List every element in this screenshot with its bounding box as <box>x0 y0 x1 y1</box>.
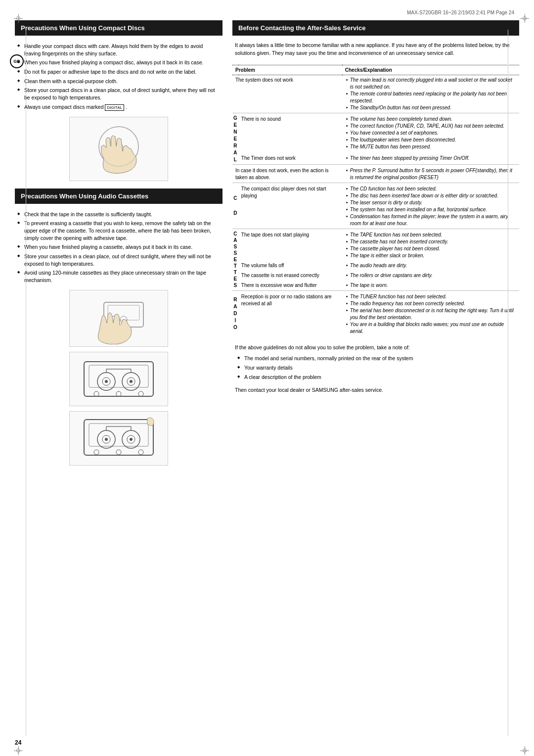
table-row: CASSETTES The tape does not start playin… <box>232 229 519 261</box>
table-row: There is excessive wow and flutter The t… <box>232 281 519 291</box>
cd-section-label: C D <box>232 183 238 229</box>
table-row: The volume falls off The audio heads are… <box>232 261 519 271</box>
problem-cell: There is no sound <box>238 113 342 153</box>
cd-bullet-6: Always use compact discs marked DIGITAL … <box>17 102 220 112</box>
cd-bullet-4: Clean them with a special-purpose cloth. <box>17 77 220 86</box>
problem-cell: There is excessive wow and flutter <box>238 281 342 291</box>
right-margin-line <box>508 30 508 736</box>
cd-hand-image <box>69 117 168 181</box>
cass-bullet-5: Avoid using 120-minute cassettes as they… <box>17 268 220 284</box>
svg-point-11 <box>105 380 108 383</box>
page-number: 24 <box>15 739 21 746</box>
cassette2-svg <box>74 414 163 463</box>
problem-cell: The compact disc player does not start p… <box>238 183 342 229</box>
problem-cell: The tape does not start playing <box>238 229 342 261</box>
intro-text: It always takes a little time to become … <box>232 42 519 57</box>
problem-cell: Reception is poor or no radio stations a… <box>238 290 342 336</box>
compact-disc-bullets: Handle your compact discs with care. Alw… <box>15 42 222 112</box>
checks-cell: The rollers or drive capstans are dirty. <box>342 271 519 281</box>
problem-cell: The Timer does not work <box>238 153 342 164</box>
cassette-section-label: CASSETTES <box>232 229 238 290</box>
cassette-image <box>69 352 168 406</box>
cd-hand-svg <box>74 119 163 179</box>
checks-cell: The TAPE function has not been selected.… <box>342 229 519 261</box>
svg-point-25 <box>130 438 133 441</box>
bottom-bullet-1: The model and serial numbers, normally p… <box>237 354 514 363</box>
checks-cell: Press the P. Surround button for 5 secon… <box>342 164 519 183</box>
cassette-image2 <box>69 411 168 466</box>
left-margin-line <box>26 30 26 736</box>
table-row: The system does not work The main lead i… <box>232 75 519 113</box>
bottom-intro: If the above guidelines do not allow you… <box>235 344 517 352</box>
svg-point-14 <box>130 380 133 383</box>
trouble-table: Problem Checks/Explanation The system do… <box>232 65 519 336</box>
svg-point-17 <box>138 391 143 396</box>
cassette-bullets: Check that the tape in the cassette is s… <box>15 210 222 285</box>
cassette-hand-svg <box>74 292 163 344</box>
svg-point-28 <box>138 450 143 455</box>
bottom-notes: If the above guidelines do not allow you… <box>232 344 519 395</box>
bottom-bullet-3: A clear description of the problem <box>237 373 514 382</box>
header-text: MAX-S720GBR 16~26 2/19/03 2:41 PM Page 2… <box>407 10 514 15</box>
cassette-title: Precautions When Using Audio Cassettes <box>15 189 222 204</box>
problem-cell: The system does not work <box>232 75 342 113</box>
table-row: The Timer does not work The timer has be… <box>232 153 519 164</box>
cass-bullet-3: When you have finished playing a cassett… <box>17 242 220 252</box>
problem-cell: The volume falls off <box>238 261 342 271</box>
main-content: Precautions When Using Compact Discs Han… <box>15 20 519 471</box>
cassette-hand-image <box>69 290 168 347</box>
bottom-bullets: The model and serial numbers, normally p… <box>235 354 517 381</box>
radio-section-label: RADIO <box>232 290 238 336</box>
checks-cell: The tape is worn. <box>342 281 519 291</box>
page-container: MAX-S720GBR 16~26 2/19/03 2:41 PM Page 2… <box>0 0 534 756</box>
cd-bullet-1: Handle your compact discs with care. Alw… <box>17 42 220 58</box>
table-row: In case it does not work, even the actio… <box>232 164 519 183</box>
cass-bullet-1: Check that the tape in the cassette is s… <box>17 210 220 219</box>
checks-cell: The audio heads are dirty. <box>342 261 519 271</box>
cd-bullet-5: Store your compact discs in a clean plac… <box>17 86 220 102</box>
checks-cell: The volume has been completely turned do… <box>342 113 519 153</box>
col-problem: Problem <box>232 65 342 75</box>
general-label: GENERAL <box>232 113 238 164</box>
svg-point-15 <box>94 391 99 396</box>
col-checks: Checks/Explanation <box>342 65 519 75</box>
cass-bullet-2: To prevent erasing a cassette that you w… <box>17 219 220 242</box>
compact-disc-title: Precautions When Using Compact Discs <box>15 20 222 36</box>
cass-bullet-4: Store your cassettes in a clean place, o… <box>17 252 220 268</box>
left-column: Precautions When Using Compact Discs Han… <box>15 20 222 471</box>
cassette-svg <box>74 354 163 404</box>
svg-point-26 <box>94 450 99 455</box>
svg-point-27 <box>116 450 121 455</box>
bottom-outro: Then contact your local dealer or SAMSUN… <box>235 386 517 394</box>
right-column: Before Contacting the After-Sales Servic… <box>232 20 519 471</box>
checks-cell: The CD function has not been selected. T… <box>342 183 519 229</box>
svg-point-16 <box>116 391 121 396</box>
cd-bullet-3: Do not fix paper or adhesive tape to the… <box>17 67 220 77</box>
checks-cell: The main lead is not correctly plugged i… <box>342 75 519 113</box>
svg-point-22 <box>105 438 108 441</box>
problem-cell: In case it does not work, even the actio… <box>232 164 342 183</box>
bottom-bullet-2: Your warranty details <box>237 363 514 373</box>
checks-cell: The TUNER function has not been selected… <box>342 290 519 336</box>
table-row: The cassette is not erased correctly The… <box>232 271 519 281</box>
table-row: RADIO Reception is poor or no radio stat… <box>232 290 519 336</box>
table-row: C D The compact disc player does not sta… <box>232 183 519 229</box>
problem-cell: The cassette is not erased correctly <box>238 271 342 281</box>
table-row: GENERAL There is no sound The volume has… <box>232 113 519 153</box>
cd-bullet-2: When you have finished playing a compact… <box>17 58 220 67</box>
page-header: MAX-S720GBR 16~26 2/19/03 2:41 PM Page 2… <box>15 10 519 15</box>
checks-cell: The timer has been stopped by pressing T… <box>342 153 519 164</box>
aftersales-title: Before Contacting the After-Sales Servic… <box>232 20 519 36</box>
